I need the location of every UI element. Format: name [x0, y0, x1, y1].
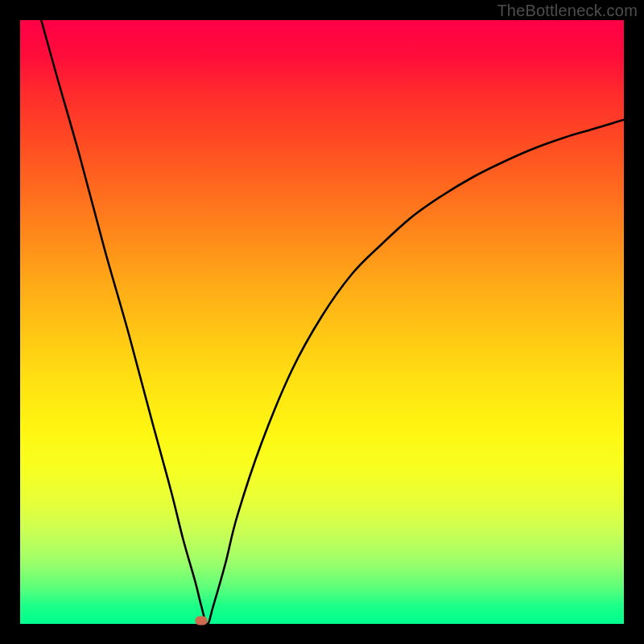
watermark-text: TheBottleneck.com	[497, 2, 638, 20]
plot-area	[20, 20, 624, 624]
chart-frame: TheBottleneck.com	[0, 0, 644, 644]
curve-path	[41, 20, 624, 624]
bottleneck-curve	[20, 20, 624, 624]
minimum-marker	[196, 617, 208, 625]
